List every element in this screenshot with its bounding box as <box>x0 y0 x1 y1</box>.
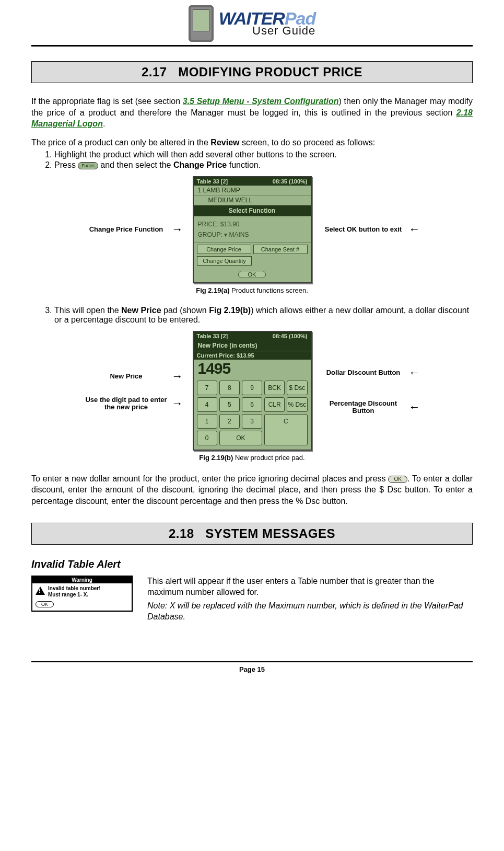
invalid-table-text: This alert will appear if the user enter… <box>147 576 473 598</box>
screen-a-table: Table 33 [2] <box>197 178 228 185</box>
screen-b-entered-value: 1495 <box>194 360 311 378</box>
warning-ok-button: OK <box>36 601 54 607</box>
key-3: 3 <box>242 414 262 429</box>
fig-219b-caption: Fig 2.19(b) New product price pad. <box>31 454 473 462</box>
screen-a-item-line2: MEDIUM WELL <box>194 196 311 205</box>
step-1: Highlight the product which will then ad… <box>54 150 473 159</box>
key-2: 2 <box>219 414 240 429</box>
invalid-table-alert-heading: Invalid Table Alert <box>31 558 473 570</box>
keypad: 7 8 9 BCK $ Dsc 4 5 6 CLR % Dsc 1 2 3 C … <box>194 378 311 450</box>
key-5: 5 <box>219 397 240 412</box>
warning-title: Warning <box>32 577 132 583</box>
callout-dollar-discount: Dollar Discount Button <box>321 366 420 379</box>
screen-b-current-price: Current Price: $13.95 <box>194 351 311 360</box>
callout-change-price-function: Change Price Function <box>84 223 183 236</box>
key-1: 1 <box>197 414 217 429</box>
figure-219b: New Price Use the digit pad to enter the… <box>31 331 473 451</box>
warning-dialog: Warning Invalid table number! Must range… <box>31 576 133 612</box>
steps-list-cont: This will open the New Price pad (shown … <box>31 306 473 325</box>
key-6: 6 <box>242 397 262 412</box>
screen-b: Table 33 [2] 08:45 (100%) New Price (in … <box>193 331 312 451</box>
header-rule <box>31 45 473 47</box>
fig-219a-caption: Fig 2.19(a) Product functions screen. <box>31 286 473 294</box>
key-percent-dsc: % Dsc <box>287 397 307 412</box>
steps-list: Highlight the product which will then ad… <box>31 150 473 170</box>
screen-b-title: New Price (in cents) <box>194 340 311 351</box>
callout-new-price: New Price <box>84 370 183 383</box>
key-4: 4 <box>197 397 217 412</box>
page-number: Page 15 <box>31 665 473 673</box>
key-bck: BCK <box>264 381 285 395</box>
funcs-button-graphic: Funcs <box>78 162 98 169</box>
screen-a-item-line1: 1 LAMB RUMP <box>194 186 311 196</box>
figure-219a: Change Price Function Table 33 [2] 08:35… <box>31 176 473 283</box>
callout-select-ok: Select OK button to exit <box>321 223 420 236</box>
screen-a-select-function: Select Function <box>194 205 311 216</box>
screen-b-table: Table 33 [2] <box>197 333 228 339</box>
callout-digit-pad: Use the digit pad to enter the new price <box>84 396 183 411</box>
key-ok: OK <box>219 431 262 445</box>
key-8: 8 <box>219 381 240 395</box>
invalid-table-note: Note: X will be replaced with the Maximu… <box>147 600 473 623</box>
ok-chip-graphic: OK <box>388 476 407 483</box>
screen-a-clock: 08:35 (100%) <box>273 178 308 185</box>
para-price-entry: To enter a new dollar amount for the pro… <box>31 473 473 507</box>
logo-subtitle: User Guide <box>219 26 316 36</box>
footer-rule <box>31 661 473 662</box>
step-2: Press Funcs and then select the Change P… <box>54 160 473 170</box>
key-dollar-dsc: $ Dsc <box>287 381 307 395</box>
section-218-heading: 2.18 SYSTEM MESSAGES <box>31 523 473 545</box>
para-intro-1: If the appropriate flag is set (see sect… <box>31 96 473 130</box>
para-intro-2: The price of a product can only be alter… <box>31 137 473 148</box>
screen-a-group: GROUP: ▾ MAINS <box>198 230 307 240</box>
screen-b-clock: 08:45 (100%) <box>273 333 308 339</box>
key-c: C <box>264 414 307 445</box>
btn-change-quantity: Change Quantity <box>197 256 252 266</box>
key-clr: CLR <box>264 397 285 412</box>
btn-change-price: Change Price <box>197 245 251 254</box>
key-0: 0 <box>197 431 217 445</box>
screen-a-price: PRICE: $13.90 <box>198 220 307 229</box>
warning-line2: Must range 1- X. <box>48 592 101 598</box>
xref-setup-menu[interactable]: 3.5 Setup Menu - System Configuration <box>183 97 339 106</box>
screen-a: Table 33 [2] 08:35 (100%) 1 LAMB RUMP ME… <box>193 176 312 283</box>
warning-icon <box>36 586 45 595</box>
key-9: 9 <box>242 381 262 395</box>
step-3: This will open the New Price pad (shown … <box>54 306 473 325</box>
callout-percent-discount: Percentage Discount Button <box>321 400 420 415</box>
key-7: 7 <box>197 381 217 395</box>
header-logo: WAITERPad User Guide <box>31 5 473 42</box>
btn-ok-a: OK <box>238 271 266 278</box>
pda-icon <box>189 5 214 42</box>
btn-change-seat: Change Seat # <box>253 245 308 254</box>
warning-line1: Invalid table number! <box>48 585 101 592</box>
section-217-heading: 2.17 MODIFYING PRODUCT PRICE <box>31 61 473 83</box>
